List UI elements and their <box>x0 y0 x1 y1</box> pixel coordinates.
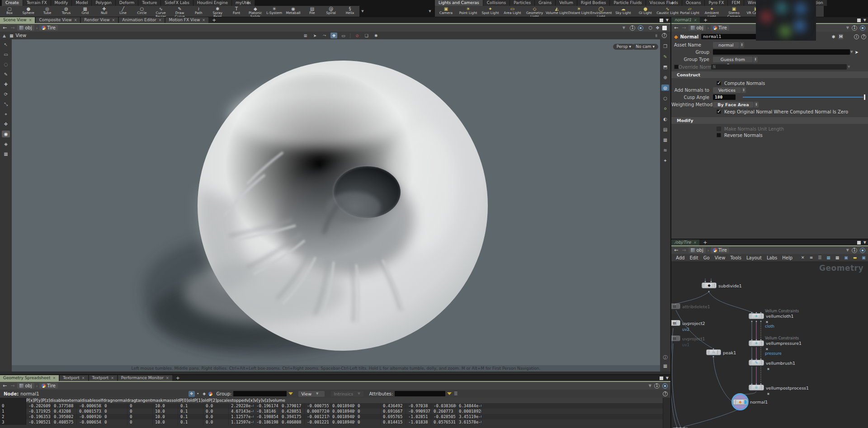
vertices-mode-icon[interactable]: • <box>195 391 201 397</box>
node-label[interactable]: vellumcloth1 <box>766 314 794 319</box>
table-row[interactable]: 1 -0.1719250.432080.0001573350010.00.10.… <box>0 409 663 414</box>
show-box-icon[interactable]: ▭ <box>340 33 347 38</box>
shelf-tab[interactable]: Deform <box>116 0 138 6</box>
menu-view[interactable]: View <box>715 255 726 260</box>
select-tool-icon[interactable]: ➤ <box>311 33 318 38</box>
path-dropdown-icon[interactable]: ▼ <box>623 26 625 30</box>
shelf-tab[interactable]: Grains <box>535 0 556 6</box>
shelf-tool[interactable]: ▢ Box <box>0 6 19 15</box>
shelf-tool[interactable]: ◍ Torus <box>57 6 76 15</box>
menu-add[interactable]: Add <box>676 255 684 260</box>
group-field[interactable] <box>713 49 850 55</box>
image-icon[interactable]: ▣ <box>844 255 848 260</box>
column-options-icon[interactable]: ☰ <box>453 391 459 397</box>
tab-obj-tire[interactable]: /obj/Tire× <box>671 240 699 245</box>
view-tool-icon[interactable]: ◉ <box>2 131 10 137</box>
dropdown-icon[interactable]: ▼ <box>848 65 850 69</box>
background-icon[interactable]: ▦ <box>661 136 669 143</box>
breadcrumb-obj[interactable]: obj <box>17 383 34 389</box>
info-icon[interactable]: ⓘ <box>661 354 669 361</box>
tab-composite-view[interactable]: Composite View× <box>36 17 80 23</box>
brush-select-icon[interactable]: ✎ <box>2 71 10 78</box>
back-icon[interactable]: ← <box>2 25 8 31</box>
view-people-icon[interactable]: ❖ <box>656 25 660 30</box>
breadcrumb-obj[interactable]: obj <box>689 247 705 253</box>
override-normal-field[interactable]: N <box>711 64 847 70</box>
shelf-tab[interactable]: Polygon <box>92 0 115 6</box>
shelf-tool[interactable]: ✳ L-System <box>265 6 284 15</box>
shelf-tab[interactable]: Lights and Cameras <box>435 0 483 6</box>
unit-length-checkbox[interactable] <box>717 127 721 131</box>
shelf-tool[interactable]: ○ Circle <box>132 6 151 15</box>
breadcrumb-obj[interactable]: obj <box>689 25 705 31</box>
close-icon[interactable]: × <box>693 17 697 23</box>
tab-scene-view[interactable]: Scene View× <box>0 17 35 23</box>
path-dropdown-icon[interactable]: ▼ <box>846 26 849 30</box>
maximize-pane-icon[interactable] <box>660 19 663 22</box>
target-icon[interactable]: ⊕ <box>661 74 669 80</box>
shelf-tab[interactable]: Pyro FX <box>705 0 728 6</box>
pane-corner-icon[interactable]: ▲ <box>3 33 6 38</box>
layout-views-icon[interactable]: ❐ <box>661 43 669 49</box>
headlight-icon[interactable]: ○ <box>661 95 669 101</box>
shelf-tool[interactable]: ▤ File <box>303 6 322 15</box>
spreadsheet-table[interactable]: P[x]P[y]P[z]disableexternaldisableselfdr… <box>0 398 663 428</box>
spinner-icon[interactable]: ▲▼ <box>754 102 759 108</box>
add-pane-tab-button[interactable]: + <box>173 375 183 381</box>
help-icon[interactable]: ? <box>663 391 668 396</box>
shelf-tool[interactable]: @ Spiral <box>321 6 340 15</box>
shelf-tab[interactable]: Particle Fluids <box>610 0 646 6</box>
node-label[interactable]: vellumbrush1 <box>766 361 795 366</box>
forward-icon[interactable]: → <box>681 247 687 253</box>
shelf-tool[interactable]: ✦ Spot Light <box>479 6 501 15</box>
flipbook-icon[interactable]: ❏ <box>363 33 370 38</box>
tab-normal1[interactable]: normal1× <box>671 17 700 23</box>
shelf-tab[interactable]: Rigid Bodies <box>577 0 610 6</box>
node-vellumpostprocess1[interactable]: ❊ <box>749 385 764 390</box>
help-icon[interactable]: ? <box>861 34 866 39</box>
view-mode-icon[interactable]: ◎ <box>661 85 669 91</box>
shelf-tab[interactable]: Model <box>72 0 92 6</box>
menu-help[interactable]: Help <box>782 255 793 260</box>
rotate-tool-icon[interactable]: ⟳ <box>2 91 10 98</box>
group-type-dropdown[interactable]: Guess from Group <box>713 56 753 62</box>
gear-icon[interactable]: ✱ <box>832 34 835 39</box>
pane-menu-icon[interactable]: ▼ <box>666 18 669 22</box>
menu-go[interactable]: Go <box>703 255 710 260</box>
node-vellumpressure1[interactable]: ✈ <box>749 340 764 346</box>
bulb-icon[interactable]: ⚪ <box>661 105 669 112</box>
table-row[interactable]: 2 -0.1963530.395802-0.000926640010.00.10… <box>0 414 663 419</box>
pane-controls[interactable]: ▼ <box>660 18 669 22</box>
perspective-selector[interactable]: Persp ▾ <box>613 44 635 50</box>
add-pane-tab-button[interactable]: + <box>700 240 710 245</box>
node-vellumcloth1[interactable]: ✈ <box>749 313 764 319</box>
shelf-tab[interactable]: Terrain FX <box>23 0 51 6</box>
group-funnel-icon[interactable] <box>288 392 293 395</box>
node-label[interactable]: normal1 <box>750 400 768 404</box>
node-peak1[interactable]: ♘ <box>706 349 721 355</box>
annotate-icon[interactable]: ✎ <box>661 53 669 60</box>
close-icon[interactable]: × <box>202 17 205 23</box>
snap-icon[interactable]: ◈ <box>2 141 10 147</box>
shelf-tool[interactable]: ╱ Line <box>113 6 132 15</box>
node-uvproject1[interactable]: ▤ <box>671 335 680 341</box>
move-tool-icon[interactable]: ✚ <box>2 81 10 88</box>
sticky-note-icon[interactable]: ▬ <box>853 255 857 260</box>
show-objects-icon[interactable]: ❖ <box>330 33 337 38</box>
help-icon[interactable]: ? <box>662 33 667 38</box>
pane-menu-icon[interactable]: ▼ <box>666 376 669 380</box>
maximize-pane-icon[interactable] <box>660 376 663 380</box>
spinner-icon[interactable]: ▲▼ <box>753 56 758 62</box>
close-icon[interactable]: × <box>159 17 162 23</box>
shelf-tool[interactable]: ✚ Null <box>94 6 113 15</box>
snapshot-badge[interactable]: 1 <box>630 25 635 31</box>
display-options-icon[interactable]: ✦ <box>661 157 669 164</box>
lock-camera-icon[interactable]: ⬒ <box>661 64 669 70</box>
node-vellumbrush1[interactable]: ✎ <box>749 360 764 366</box>
reverse-normals-checkbox[interactable] <box>717 133 721 137</box>
grid-toggle-icon[interactable]: ▦ <box>661 362 669 369</box>
close-icon[interactable]: × <box>82 375 85 381</box>
detail-mode-icon[interactable] <box>208 391 214 397</box>
view-cube-icon[interactable]: ⬡ <box>648 25 652 30</box>
layout-options-icon[interactable]: ⁞⁞ <box>655 33 657 38</box>
